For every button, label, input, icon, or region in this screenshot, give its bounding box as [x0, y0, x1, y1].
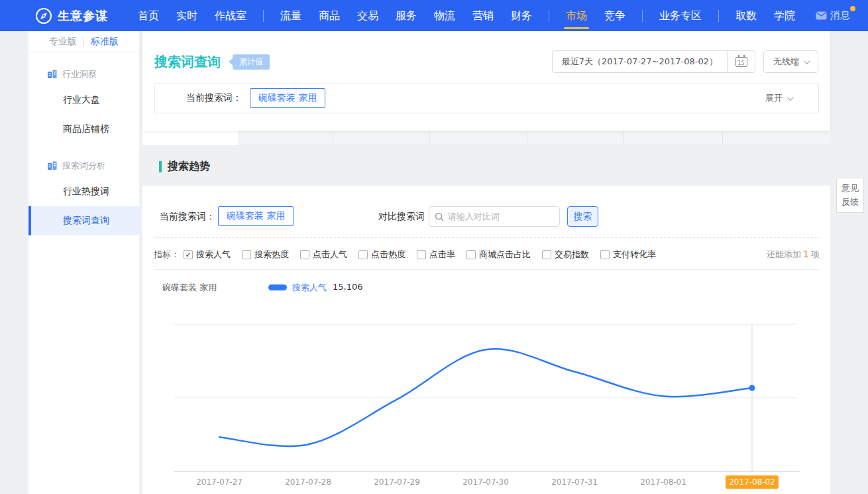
compare-word-input[interactable]	[448, 212, 561, 221]
feedback-label: 意见反馈	[841, 182, 859, 208]
nav-separator	[642, 10, 643, 22]
brand-name: 生意参谋	[58, 8, 108, 24]
tab-placeholder-active[interactable]	[142, 131, 239, 145]
date-range-text[interactable]: 最近7天（2017-07-27~2017-08-02）	[553, 51, 727, 72]
nav-item-首页[interactable]: 首页	[138, 0, 159, 31]
search-button[interactable]: 搜索	[567, 206, 598, 227]
sidebar-item-搜索词查询[interactable]: 搜索词查询	[28, 206, 139, 235]
nav-menu: 首页实时作战室流量商品交易服务物流营销财务市场竞争业务专区取数学院	[129, 0, 804, 31]
nav-item-市场[interactable]: 市场	[566, 0, 587, 31]
nav-item-交易[interactable]: 交易	[357, 0, 378, 31]
legend-metric-name[interactable]: 搜索人气	[292, 282, 327, 294]
metrics-row: 指标： ✓搜索人气搜索热度点击人气点击热度点击率商城点击占比交易指数支付转化率 …	[154, 247, 820, 263]
tab-placeholder[interactable]	[429, 131, 527, 145]
x-axis-label: 2017-07-30	[462, 477, 509, 487]
category-icon	[47, 70, 57, 79]
checkbox-icon	[358, 250, 368, 259]
sidebar: 专业版 标准版 行业洞察行业大盘商品店铺榜搜索词分析行业热搜词搜索词查询	[28, 31, 139, 494]
checkbox-icon	[600, 250, 610, 259]
nav-item-服务[interactable]: 服务	[396, 0, 417, 31]
tab-placeholder[interactable]	[239, 131, 333, 145]
legend-line-marker	[268, 284, 287, 290]
tab-placeholder[interactable]	[624, 131, 722, 145]
checkbox-icon	[542, 250, 551, 259]
nav-separator	[263, 10, 264, 22]
notification-dot	[850, 6, 855, 11]
sidebar-item-行业热搜词[interactable]: 行业热搜词	[28, 177, 139, 206]
version-pro[interactable]: 专业版	[49, 36, 77, 48]
current-word-label: 当前搜索词：	[186, 92, 242, 104]
calendar-icon: 15	[735, 57, 747, 67]
section-title: 搜索趋势	[168, 160, 210, 174]
legend-keyword: 碗碟套装 家用	[162, 282, 217, 294]
tab-placeholder[interactable]	[527, 131, 624, 145]
trend-card: 当前搜索词： 碗碟套装 家用 对比搜索词： 搜索 指标： ✓搜索人气搜索热度点击…	[142, 186, 830, 494]
checkbox-icon	[300, 250, 309, 259]
sidebar-item-商品店铺榜[interactable]: 商品店铺榜	[28, 115, 139, 144]
header-card: 搜索词查询 累计值 最近7天（2017-07-27~2017-08-02） 15…	[142, 31, 830, 131]
version-separator	[83, 37, 84, 46]
chevron-down-icon	[804, 58, 810, 64]
metrics-label: 指标：	[154, 249, 180, 261]
nav-item-物流[interactable]: 物流	[434, 0, 455, 31]
checkbox-icon	[417, 250, 426, 259]
tab-placeholder[interactable]	[722, 131, 830, 145]
nav-item-实时[interactable]: 实时	[176, 0, 197, 31]
date-range-picker[interactable]: 最近7天（2017-07-27~2017-08-02） 15	[552, 50, 755, 73]
metric-checkbox-点击人气[interactable]: 点击人气	[300, 249, 347, 261]
metric-checkbox-点击率[interactable]: 点击率	[417, 249, 455, 261]
sidebar-group-header: 行业洞察	[28, 63, 139, 86]
x-axis-label: 2017-08-01	[640, 477, 686, 487]
nav-separator	[718, 10, 719, 22]
section-marker	[159, 161, 162, 172]
sidebar-group-label: 搜索词分析	[62, 160, 105, 172]
terminal-dropdown[interactable]: 无线端	[763, 50, 818, 73]
compare-word-label: 对比搜索词：	[378, 211, 434, 223]
nav-separator	[549, 10, 549, 22]
compare-word-input-wrap	[429, 206, 560, 227]
messages-button[interactable]: 消息	[816, 9, 850, 22]
trend-form-row: 当前搜索词： 碗碟套装 家用 对比搜索词： 搜索	[142, 206, 830, 227]
remaining-count: 1	[803, 249, 809, 259]
nav-item-商品[interactable]: 商品	[319, 0, 340, 31]
feedback-button[interactable]: 意见反馈	[836, 178, 864, 213]
expand-button[interactable]: 展开	[765, 92, 792, 104]
nav-item-竞争[interactable]: 竞争	[604, 0, 625, 31]
metric-checkbox-支付转化率[interactable]: 支付转化率	[600, 249, 656, 261]
search-trend-chart[interactable]: 2017-07-272017-07-282017-07-292017-07-30…	[142, 322, 830, 494]
data-point-dot	[749, 385, 755, 391]
nav-item-财务[interactable]: 财务	[511, 0, 532, 31]
current-word-label: 当前搜索词：	[160, 211, 215, 223]
legend-metric-value: 15,106	[333, 282, 363, 292]
brand[interactable]: 生意参谋	[35, 7, 108, 25]
current-word-chip[interactable]: 碗碟套装 家用	[250, 88, 325, 108]
category-icon	[47, 161, 57, 170]
divider	[154, 269, 820, 270]
sidebar-item-行业大盘[interactable]: 行业大盘	[28, 86, 139, 115]
x-axis-label: 2017-07-27	[196, 477, 243, 487]
metric-checkbox-搜索热度[interactable]: 搜索热度	[242, 249, 289, 261]
sidebar-group: 搜索词分析行业热搜词搜索词查询	[28, 154, 139, 235]
sidebar-group-label: 行业洞察	[62, 68, 97, 80]
nav-item-学院[interactable]: 学院	[774, 0, 795, 31]
nav-item-营销[interactable]: 营销	[472, 0, 494, 31]
version-standard[interactable]: 标准版	[91, 36, 119, 48]
nav-item-作战室[interactable]: 作战室	[215, 0, 246, 31]
checkbox-icon: ✓	[184, 250, 193, 259]
current-word-chip[interactable]: 碗碟套装 家用	[218, 206, 294, 226]
terminal-label: 无线端	[773, 56, 799, 68]
nav-item-业务专区[interactable]: 业务专区	[659, 0, 702, 31]
metric-checkbox-点击热度[interactable]: 点击热度	[358, 249, 406, 261]
nav-item-取数[interactable]: 取数	[735, 0, 757, 31]
nav-item-流量[interactable]: 流量	[280, 0, 301, 31]
calendar-button[interactable]: 15	[727, 51, 755, 72]
checkbox-icon	[242, 250, 251, 259]
metric-checkbox-交易指数[interactable]: 交易指数	[542, 249, 589, 261]
sidebar-group: 行业洞察行业大盘商品店铺榜	[28, 63, 139, 144]
version-switch: 专业版 标准版	[28, 31, 139, 52]
remaining-hint: 还能添加1项	[767, 249, 820, 261]
tab-placeholder[interactable]	[333, 131, 429, 145]
envelope-icon	[816, 11, 827, 20]
metric-checkbox-商城点击占比[interactable]: 商城点击占比	[466, 249, 531, 261]
metric-checkbox-搜索人气[interactable]: ✓搜索人气	[184, 249, 231, 261]
